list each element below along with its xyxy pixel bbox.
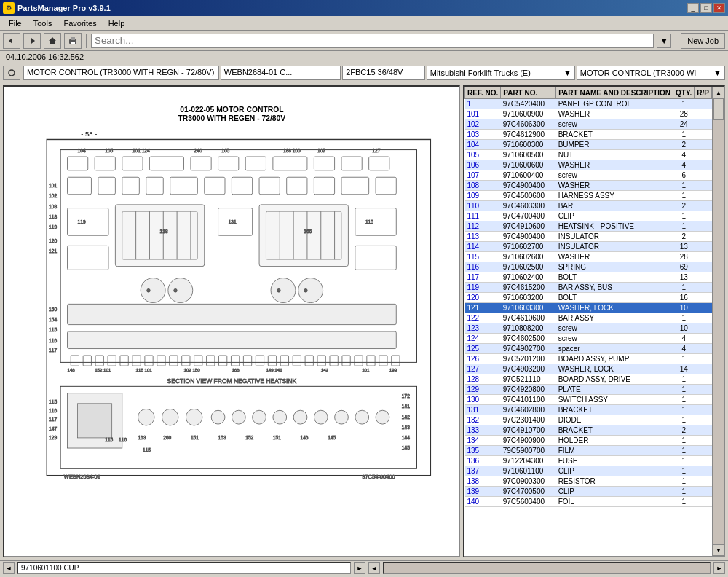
- table-row[interactable]: 13579C5900700FILM1: [465, 446, 712, 456]
- table-row[interactable]: 12297C4610600BAR ASSY1: [465, 313, 712, 323]
- table-row[interactable]: 1059710600500NUT4: [465, 150, 712, 160]
- table-row[interactable]: 10897C4900400WASHER1: [465, 181, 712, 191]
- menu-tools[interactable]: Tools: [28, 17, 58, 29]
- cell-partno: 9710602600: [501, 252, 556, 262]
- cell-desc: CLIP: [556, 487, 673, 497]
- svg-point-144: [376, 410, 389, 424]
- cell-ref: 136: [465, 456, 501, 466]
- path-nav-btn[interactable]: [3, 66, 20, 80]
- status-next-button[interactable]: ►: [354, 562, 365, 574]
- table-row[interactable]: 10297C4606300screw24: [465, 119, 712, 130]
- cell-desc: RESISTOR: [556, 476, 673, 487]
- table-row[interactable]: 13997C4700500CLIP1: [465, 487, 712, 497]
- table-row[interactable]: 1179710602400BOLT13: [465, 272, 712, 283]
- scroll-up-button[interactable]: ▲: [713, 87, 724, 98]
- table-row[interactable]: 13197C4602800BRACKET1: [465, 405, 712, 415]
- cell-qty: 13: [673, 272, 695, 283]
- table-row[interactable]: 11397C4900400INSULATOR2: [465, 232, 712, 242]
- cell-ref: 104: [465, 140, 501, 150]
- table-row[interactable]: 10397C4612900BRACKET1: [465, 130, 712, 140]
- path-field-1[interactable]: MOTOR CONTROL (TR3000 WITH REGN - 72/80V…: [23, 66, 219, 80]
- path-field-2[interactable]: WEBN2684-01 C...: [221, 66, 341, 80]
- status-prev-button[interactable]: ◄: [3, 562, 15, 574]
- table-row[interactable]: 13097C4101100SWITCH ASSY1: [465, 395, 712, 405]
- menu-file[interactable]: File: [3, 17, 28, 29]
- table-row[interactable]: 13897C0900300RESISTOR1: [465, 476, 712, 487]
- table-row[interactable]: 1159710602600WASHER28: [465, 252, 712, 262]
- path-dropdown-4[interactable]: Mitsubishi Forklift Trucks (E) ▼: [427, 66, 575, 80]
- scroll-thumb[interactable]: [713, 98, 724, 120]
- table-row[interactable]: 12597C4902700spacer4: [465, 344, 712, 354]
- table-row[interactable]: 11197C4700400CLIP1: [465, 211, 712, 221]
- cell-ref: 116: [465, 262, 501, 272]
- table-row[interactable]: 14097C5603400FOIL1: [465, 497, 712, 507]
- svg-text:⊕: ⊕: [146, 288, 150, 293]
- table-row[interactable]: 10997C4500600HARNESS ASSY1: [465, 191, 712, 201]
- svg-point-139: [272, 410, 286, 424]
- close-button[interactable]: ✕: [713, 3, 725, 13]
- horizontal-scrollbar[interactable]: [383, 562, 711, 574]
- table-row[interactable]: 12797C4903200WASHER, LOCK14: [465, 364, 712, 374]
- scroll-track[interactable]: [713, 98, 724, 544]
- status-scroll-h[interactable]: ◄: [368, 562, 380, 574]
- table-row[interactable]: 1209710603200BOLT16: [465, 293, 712, 303]
- window-controls[interactable]: _ □ ✕: [687, 3, 725, 13]
- cell-partno: 97C521110: [501, 374, 556, 385]
- table-row[interactable]: 12697C5201200BOARD ASSY, PUMP1: [465, 354, 712, 364]
- cell-partno: 9712204300: [501, 456, 556, 466]
- table-row[interactable]: 1019710600900WASHER28: [465, 109, 712, 119]
- table-row[interactable]: 1369712204300FUSE1: [465, 456, 712, 466]
- cell-partno: 97C5420400: [501, 99, 556, 109]
- cell-partno: 97C4700500: [501, 487, 556, 497]
- minimize-button[interactable]: _: [687, 3, 699, 13]
- cell-partno: 9710600600: [501, 160, 556, 170]
- new-job-button[interactable]: New Job: [681, 33, 725, 49]
- table-row[interactable]: 13297C2301400DIODE1: [465, 415, 712, 425]
- cell-rp: [695, 446, 712, 456]
- table-row[interactable]: 1379710601100CLIP1: [465, 466, 712, 476]
- table-row[interactable]: 1169710602500SPRING69: [465, 262, 712, 272]
- menu-help[interactable]: Help: [103, 17, 131, 29]
- vertical-scrollbar[interactable]: ▲ ▼: [712, 87, 724, 556]
- status-scroll-h2[interactable]: ►: [713, 562, 725, 574]
- table-row[interactable]: 1069710600600WASHER4: [465, 160, 712, 170]
- svg-point-143: [355, 410, 368, 424]
- cell-partno: 97C4900400: [501, 232, 556, 242]
- cell-rp: [695, 364, 712, 374]
- home-button[interactable]: [44, 33, 61, 49]
- cell-qty: 24: [673, 119, 695, 130]
- print-button[interactable]: [64, 33, 82, 49]
- search-input[interactable]: [91, 34, 654, 48]
- forward-button[interactable]: [23, 33, 41, 49]
- maximize-button[interactable]: □: [700, 3, 712, 13]
- table-row[interactable]: 1079710600400screw6: [465, 170, 712, 181]
- back-button[interactable]: [3, 33, 20, 49]
- table-row[interactable]: 1239710808200screw10: [465, 323, 712, 334]
- cell-ref: 123: [465, 323, 501, 334]
- table-row[interactable]: 13397C4910700BRACKET2: [465, 425, 712, 436]
- svg-rect-54: [259, 205, 348, 267]
- scroll-down-button[interactable]: ▼: [713, 544, 724, 556]
- svg-text:101: 101: [362, 367, 370, 372]
- search-button[interactable]: ▼: [657, 34, 671, 48]
- table-row[interactable]: 12897C521110BOARD ASSY, DRIVE1: [465, 374, 712, 385]
- path-field-3[interactable]: 2FBC15 36/48V: [342, 66, 425, 80]
- svg-text:107: 107: [317, 148, 325, 153]
- svg-point-140: [293, 410, 307, 424]
- svg-rect-86: [67, 304, 396, 324]
- table-row[interactable]: 197C5420400PANEL GP CONTROL1: [465, 99, 712, 109]
- table-row[interactable]: 11997C4615200BAR ASSY, BUS1: [465, 283, 712, 293]
- table-row[interactable]: 1219710603300WASHER, LOCK10: [465, 303, 712, 313]
- path-dropdown-5[interactable]: MOTOR CONTROL (TR3000 WI ▼: [577, 66, 725, 80]
- cell-desc: PANEL GP CONTROL: [556, 99, 673, 109]
- menu-favorites[interactable]: Favorites: [58, 17, 102, 29]
- table-row[interactable]: 1049710600300BUMPER2: [465, 140, 712, 150]
- table-row[interactable]: 12997C4920800PLATE1: [465, 385, 712, 395]
- cell-ref: 132: [465, 415, 501, 425]
- table-row[interactable]: 11297C4910600HEATSINK - POSITIVE1: [465, 221, 712, 232]
- table-row[interactable]: 11097C4603300BAR2: [465, 201, 712, 211]
- table-row[interactable]: 12497C4602500screw4: [465, 334, 712, 344]
- cell-ref: 124: [465, 334, 501, 344]
- table-row[interactable]: 13497C4900900HOLDER1: [465, 436, 712, 446]
- table-row[interactable]: 1149710602700INSULATOR13: [465, 242, 712, 252]
